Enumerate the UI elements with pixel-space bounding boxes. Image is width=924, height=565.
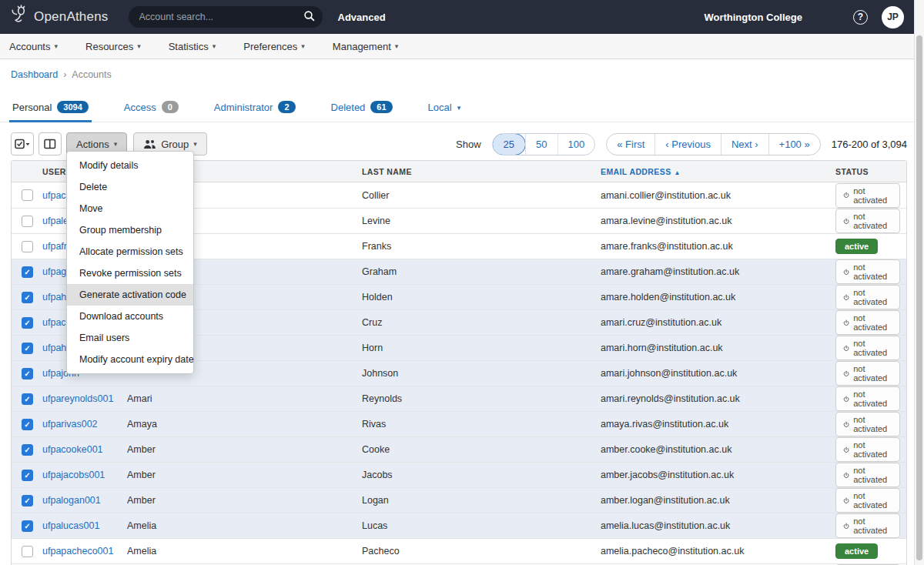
actions-menu-item[interactable]: Modify account expiry date — [67, 349, 193, 370]
row-checkbox[interactable] — [22, 393, 33, 405]
tab-personal[interactable]: Personal 3094 — [9, 96, 92, 122]
scrollbar-thumb[interactable] — [916, 35, 922, 560]
tab-local[interactable]: Local ▾ — [425, 97, 464, 122]
row-checkbox-cell — [12, 368, 42, 379]
breadcrumb: Dashboard › Accounts — [0, 59, 924, 80]
topbar: OpenAthens Advanced Worthington College … — [0, 0, 924, 34]
organisation-name: Worthington College — [704, 12, 802, 23]
next-page-button[interactable]: Next › — [721, 134, 768, 155]
username-link[interactable]: ufparivas002 — [42, 419, 127, 430]
email-cell: amaya.rivas@institution.ac.uk — [601, 419, 835, 430]
chevron-down-icon: ▾ — [114, 140, 118, 148]
breadcrumb-current: Accounts — [72, 69, 111, 80]
email-cell: amari.horn@institution.ac.uk — [601, 343, 835, 353]
actions-menu-item[interactable]: Download accounts — [67, 306, 193, 327]
power-icon — [843, 191, 849, 199]
row-checkbox[interactable] — [22, 317, 33, 329]
nav-management[interactable]: Management▾ — [333, 41, 398, 52]
account-tabs: Personal 3094 Access 0 Administrator 2 D… — [0, 96, 924, 122]
username-link[interactable]: ufpapacheco001 — [42, 546, 127, 557]
email-cell: amari.cruz@institution.ac.uk — [601, 317, 835, 328]
nav-statistics[interactable]: Statistics▾ — [169, 41, 216, 52]
last-name-cell: Levine — [362, 216, 601, 226]
email-cell: amari.reynolds@institution.ac.uk — [601, 393, 835, 404]
page-size-100[interactable]: 100 — [557, 134, 595, 155]
header-last-name[interactable]: LAST NAME — [362, 167, 601, 176]
actions-menu-item[interactable]: Move — [67, 198, 193, 219]
openathens-logo: OpenAthens — [9, 4, 109, 30]
row-checkbox-cell — [12, 393, 42, 405]
first-name-cell: Amber — [127, 470, 362, 480]
account-search[interactable] — [129, 6, 323, 28]
row-checkbox[interactable] — [22, 495, 33, 506]
previous-page-button[interactable]: ‹ Previous — [654, 134, 721, 155]
search-icon[interactable] — [303, 10, 315, 25]
table-row: ufparivas002 Amaya Rivas amaya.rivas@ins… — [12, 411, 906, 436]
first-page-button[interactable]: « First — [607, 134, 654, 155]
status-badge: active — [835, 239, 878, 254]
actions-menu-item[interactable]: Modify details — [67, 155, 193, 176]
actions-menu-item[interactable]: Allocate permission sets — [67, 241, 193, 262]
power-icon — [843, 420, 849, 429]
row-checkbox-cell — [12, 317, 42, 329]
row-checkbox[interactable] — [22, 546, 33, 557]
username-link[interactable]: ufpajacobs001 — [42, 470, 127, 480]
username-link[interactable]: ufpareynolds001 — [42, 393, 127, 404]
sort-ascending-icon: ▲ — [675, 169, 681, 176]
vertical-scrollbar[interactable] — [914, 0, 924, 565]
status-badge: not activated — [835, 336, 900, 360]
help-icon[interactable] — [853, 10, 868, 25]
last-name-cell: Cruz — [362, 317, 601, 328]
row-checkbox[interactable] — [22, 216, 33, 227]
status-cell: not activated — [835, 488, 906, 513]
nav-resources[interactable]: Resources▾ — [85, 41, 141, 52]
row-checkbox[interactable] — [22, 292, 33, 303]
row-checkbox[interactable] — [22, 520, 33, 532]
row-checkbox[interactable] — [22, 470, 33, 481]
row-checkbox[interactable] — [22, 343, 33, 354]
account-search-input[interactable] — [139, 12, 303, 22]
first-name-cell: Amber — [127, 495, 362, 506]
page-size-25[interactable]: 25 — [492, 133, 526, 155]
email-cell: amelia.pacheco@institution.ac.uk — [601, 546, 835, 557]
actions-menu-item[interactable]: Delete — [67, 176, 193, 198]
nav-accounts[interactable]: Accounts▾ — [9, 41, 58, 52]
status-badge: not activated — [835, 209, 900, 233]
select-rows-button[interactable] — [11, 132, 34, 155]
row-checkbox[interactable] — [22, 444, 33, 456]
columns-button[interactable] — [38, 132, 62, 155]
page-size-50[interactable]: 50 — [525, 134, 557, 155]
main-nav: Accounts▾ Resources▾ Statistics▾ Prefere… — [0, 34, 924, 59]
chevron-down-icon: ▾ — [395, 42, 399, 50]
username-link[interactable]: ufpacooke001 — [42, 444, 127, 455]
row-checkbox[interactable] — [22, 266, 33, 278]
status-badge: not activated — [835, 386, 900, 411]
row-checkbox[interactable] — [22, 189, 33, 201]
tab-administrator[interactable]: Administrator 2 — [211, 96, 299, 122]
header-status[interactable]: STATUS — [835, 167, 906, 176]
status-badge: not activated — [835, 361, 900, 386]
header-email-address[interactable]: EMAIL ADDRESS▲ — [601, 167, 835, 176]
power-icon — [843, 268, 849, 276]
show-label: Show — [456, 139, 481, 150]
actions-menu-item[interactable]: Group membership — [67, 219, 193, 241]
row-checkbox-cell — [12, 216, 42, 227]
user-avatar[interactable]: JP — [882, 6, 904, 28]
tab-deleted[interactable]: Deleted 61 — [328, 96, 396, 122]
row-checkbox[interactable] — [22, 419, 33, 430]
username-link[interactable]: ufpalogan001 — [42, 495, 127, 506]
status-badge: not activated — [835, 513, 900, 538]
row-checkbox[interactable] — [22, 368, 33, 379]
plus-100-button[interactable]: +100 » — [768, 134, 820, 155]
actions-menu-item[interactable]: Revoke permission sets — [67, 262, 193, 284]
tab-access[interactable]: Access 0 — [121, 96, 182, 122]
nav-preferences[interactable]: Preferences▾ — [243, 41, 305, 52]
username-link[interactable]: ufpalucas001 — [42, 520, 127, 531]
row-checkbox[interactable] — [22, 241, 33, 252]
chevron-down-icon: ▾ — [457, 104, 461, 112]
status-badge: not activated — [835, 463, 900, 487]
actions-menu-item[interactable]: Generate activation code — [67, 284, 193, 306]
breadcrumb-dashboard[interactable]: Dashboard — [11, 69, 58, 80]
advanced-search-link[interactable]: Advanced — [338, 12, 386, 23]
actions-menu-item[interactable]: Email users — [67, 327, 193, 349]
